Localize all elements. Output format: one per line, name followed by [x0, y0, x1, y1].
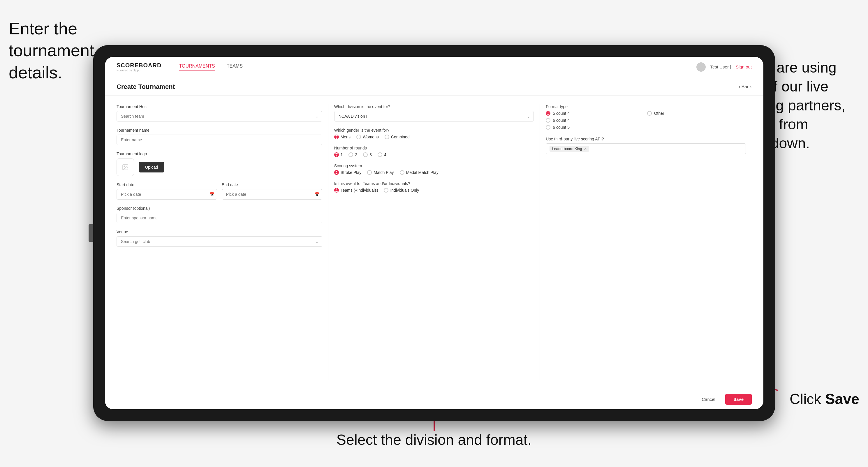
tournament-name-label: Tournament name [117, 128, 322, 132]
start-date-label: Start date [117, 182, 217, 187]
teams-label: Is this event for Teams and/or Individua… [334, 181, 534, 186]
venue-input[interactable] [117, 236, 322, 247]
nav-right: Test User | Sign out [696, 62, 752, 72]
scoring-radio-group: Stroke Play Match Play Medal Match Play [334, 170, 534, 175]
gender-mens[interactable]: Mens [334, 134, 350, 139]
format-6count5[interactable]: 6 count 5 [546, 125, 645, 130]
tournament-logo-group: Tournament logo Upload [117, 152, 322, 176]
format-other-radio [647, 111, 652, 116]
scoring-match-radio [367, 170, 372, 175]
top-nav: SCOREBOARD Powered by clippd TOURNAMENTS… [105, 57, 764, 77]
teams-group: Is this event for Teams and/or Individua… [334, 181, 534, 193]
scoring-medal-match-play[interactable]: Medal Match Play [400, 170, 438, 175]
rounds-group: Number of rounds 1 2 [334, 146, 534, 157]
annotation-top-left: Enter thetournamentdetails. [9, 18, 94, 83]
logo-title: SCOREBOARD [117, 62, 161, 69]
scoring-stroke-play[interactable]: Stroke Play [334, 170, 362, 175]
annotation-bottom-center: Select the division and format. [337, 431, 532, 449]
individuals-only[interactable]: Individuals Only [384, 188, 419, 193]
api-label: Use third-party live scoring API? [546, 137, 746, 141]
svg-point-6 [124, 166, 125, 167]
search-team-input[interactable] [117, 111, 322, 122]
format-6count4-radio [546, 118, 550, 123]
format-6count5-radio [546, 125, 550, 130]
gender-combined[interactable]: Combined [384, 134, 410, 139]
date-group: Start date 📅 End date 📅 [117, 182, 322, 199]
venue-group: Venue [117, 229, 322, 247]
sponsor-input[interactable] [117, 213, 322, 223]
tournament-name-input[interactable] [117, 134, 322, 145]
nav-items: TOURNAMENTS TEAMS [179, 63, 696, 70]
scoring-match-play[interactable]: Match Play [367, 170, 394, 175]
start-calendar-icon: 📅 [209, 192, 214, 197]
individuals-radio [384, 188, 389, 193]
nav-item-teams[interactable]: TEAMS [227, 63, 243, 70]
gender-womens[interactable]: Womens [356, 134, 379, 139]
api-chip-label: Leaderboard King [552, 147, 582, 151]
end-date-input[interactable] [222, 189, 322, 199]
start-date-input[interactable] [117, 189, 217, 199]
format-type-label: Format type [546, 104, 746, 109]
logo-upload-area: Upload [117, 158, 322, 176]
sign-out-link[interactable]: Sign out [736, 64, 752, 69]
page-title: Create Tournament [117, 83, 175, 91]
user-avatar [696, 62, 706, 72]
nav-item-tournaments[interactable]: TOURNAMENTS [179, 63, 215, 70]
rounds-2-radio [348, 152, 353, 157]
logo-area: SCOREBOARD Powered by clippd [117, 62, 161, 72]
teams-plus-individuals[interactable]: Teams (+Individuals) [334, 188, 378, 193]
teams-radio [334, 188, 339, 193]
tournament-name-group: Tournament name [117, 128, 322, 145]
scoring-medal-radio [400, 170, 404, 175]
api-chip-remove[interactable]: ✕ [584, 147, 587, 151]
annotation-bottom-right: Click Save [789, 390, 859, 409]
save-button[interactable]: Save [725, 394, 752, 405]
api-input-wrapper[interactable]: Leaderboard King ✕ [546, 143, 746, 154]
rounds-2[interactable]: 2 [348, 152, 357, 157]
gender-group: Which gender is the event for? Mens Wome… [334, 128, 534, 139]
form-footer: Cancel Save [105, 389, 764, 409]
tournament-host-group: Tournament Host [117, 104, 322, 122]
api-group: Use third-party live scoring API? Leader… [546, 137, 746, 154]
gender-womens-radio [356, 134, 361, 139]
form-area: Tournament Host Tournament name Tourname… [105, 96, 764, 389]
form-col-3: Format type 5 count 4 Other [540, 104, 752, 380]
tablet-frame: SCOREBOARD Powered by clippd TOURNAMENTS… [93, 45, 775, 421]
gender-combined-radio [384, 134, 389, 139]
rounds-4[interactable]: 4 [378, 152, 386, 157]
division-group: Which division is the event for? NCAA Di… [334, 104, 534, 122]
back-link[interactable]: Back [739, 84, 752, 89]
teams-radio-group: Teams (+Individuals) Individuals Only [334, 188, 534, 193]
rounds-3-radio [363, 152, 368, 157]
format-type-grid: 5 count 4 Other 6 count 4 [546, 111, 746, 130]
tablet-screen: SCOREBOARD Powered by clippd TOURNAMENTS… [105, 57, 764, 409]
rounds-4-radio [378, 152, 382, 157]
cancel-button[interactable]: Cancel [696, 394, 721, 405]
tournament-logo-label: Tournament logo [117, 152, 322, 156]
page-header: Create Tournament Back [105, 77, 764, 96]
tournament-host-label: Tournament Host [117, 104, 322, 109]
sponsor-group: Sponsor (optional) [117, 206, 322, 223]
format-type-group: Format type 5 count 4 Other [546, 104, 746, 130]
rounds-label: Number of rounds [334, 146, 534, 150]
division-select[interactable]: NCAA Division I [334, 111, 534, 122]
user-name: Test User | [710, 64, 731, 69]
gender-radio-group: Mens Womens Combined [334, 134, 534, 139]
rounds-radio-group: 1 2 3 4 [334, 152, 534, 157]
format-5count4[interactable]: 5 count 4 [546, 111, 645, 116]
logo-sub: Powered by clippd [117, 69, 161, 72]
upload-button[interactable]: Upload [139, 162, 164, 173]
gender-label: Which gender is the event for? [334, 128, 534, 132]
scoring-stroke-radio [334, 170, 339, 175]
format-other[interactable]: Other [647, 111, 746, 116]
form-col-1: Tournament Host Tournament name Tourname… [117, 104, 329, 380]
api-chip: Leaderboard King ✕ [550, 146, 589, 152]
form-col-2: Which division is the event for? NCAA Di… [329, 104, 540, 380]
format-6count4[interactable]: 6 count 4 [546, 118, 645, 123]
scoring-label: Scoring system [334, 163, 534, 168]
side-tab [89, 224, 93, 242]
rounds-1[interactable]: 1 [334, 152, 343, 157]
venue-label: Venue [117, 229, 322, 234]
rounds-3[interactable]: 3 [363, 152, 372, 157]
gender-mens-radio [334, 134, 339, 139]
